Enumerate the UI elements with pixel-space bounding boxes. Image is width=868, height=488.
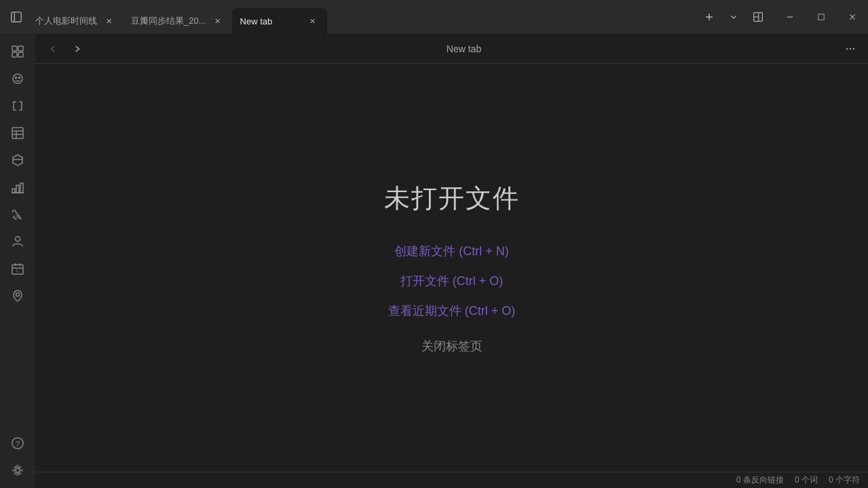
svg-rect-13 bbox=[12, 52, 17, 57]
window-controls bbox=[774, 0, 868, 34]
bracket-icon[interactable] bbox=[5, 94, 30, 118]
maximize-button[interactable] bbox=[806, 6, 837, 28]
new-tab-content: 未打开文件 创建新文件 (Ctrl + N) 打开文件 (Ctrl + O) 查… bbox=[35, 64, 868, 472]
svg-rect-0 bbox=[12, 12, 21, 22]
apps-icon[interactable] bbox=[5, 39, 30, 64]
close-tab-link[interactable]: 关闭标签页 bbox=[421, 338, 483, 354]
svg-text:1: 1 bbox=[16, 269, 18, 273]
main-container: <% 1 ? bbox=[0, 34, 868, 488]
status-bar: 0 条反向链接 0 个词 0 个字符 bbox=[35, 472, 868, 488]
no-file-title: 未打开文件 bbox=[384, 181, 520, 216]
calendar-icon[interactable]: 1 bbox=[5, 257, 30, 281]
current-tab-title: New tab bbox=[92, 43, 835, 54]
open-file-link[interactable]: 打开文件 (Ctrl + O) bbox=[400, 273, 504, 289]
tab-2-close[interactable]: ✕ bbox=[212, 15, 224, 27]
svg-rect-11 bbox=[12, 46, 17, 51]
title-bar-left bbox=[5, 6, 27, 28]
back-button[interactable] bbox=[43, 39, 62, 58]
tab-2[interactable]: 豆瓣同步结果_20... ✕ bbox=[123, 8, 232, 34]
svg-rect-12 bbox=[18, 46, 23, 51]
percent-icon[interactable]: <% bbox=[5, 202, 30, 227]
filter-icon[interactable] bbox=[5, 148, 30, 172]
tab-3-close[interactable]: ✕ bbox=[307, 15, 319, 27]
svg-text:<%: <% bbox=[12, 214, 21, 221]
tab-1[interactable]: 个人电影时间线 ✕ bbox=[27, 8, 123, 34]
svg-point-15 bbox=[13, 74, 22, 83]
close-window-button[interactable] bbox=[837, 6, 868, 28]
tab-1-close[interactable]: ✕ bbox=[102, 15, 115, 27]
more-options-button[interactable] bbox=[841, 39, 860, 58]
view-recent-link[interactable]: 查看近期文件 (Ctrl + O) bbox=[388, 303, 516, 319]
title-bar-actions bbox=[693, 0, 774, 34]
svg-rect-8 bbox=[818, 14, 824, 20]
new-tab-links: 创建新文件 (Ctrl + N) 打开文件 (Ctrl + O) 查看近期文件 … bbox=[388, 243, 516, 354]
toolbar: New tab bbox=[35, 34, 868, 64]
svg-point-41 bbox=[846, 48, 848, 49]
content-area: New tab 未打开文件 创建新文件 (Ctrl + N) 打开文件 (Ctr… bbox=[35, 34, 868, 488]
svg-rect-18 bbox=[12, 128, 23, 138]
word-count: 0 个词 bbox=[795, 474, 818, 486]
tab-3[interactable]: New tab ✕ bbox=[232, 8, 327, 34]
chart-icon[interactable] bbox=[5, 175, 30, 200]
svg-point-37 bbox=[16, 293, 20, 297]
char-count: 0 个字符 bbox=[829, 474, 860, 486]
tabs-container: 个人电影时间线 ✕ 豆瓣同步结果_20... ✕ New tab ✕ bbox=[27, 0, 693, 34]
layout-button[interactable] bbox=[747, 6, 769, 28]
create-new-link[interactable]: 创建新文件 (Ctrl + N) bbox=[394, 243, 509, 259]
person-icon[interactable] bbox=[5, 229, 30, 254]
tab-1-label: 个人电影时间线 bbox=[35, 15, 97, 27]
svg-point-43 bbox=[853, 48, 854, 49]
tab-2-label: 豆瓣同步结果_20... bbox=[131, 15, 206, 27]
svg-text:?: ? bbox=[16, 440, 20, 448]
tab-3-label: New tab bbox=[240, 16, 301, 26]
svg-rect-14 bbox=[18, 52, 23, 57]
emoji-icon[interactable] bbox=[5, 67, 30, 91]
svg-rect-25 bbox=[20, 183, 23, 193]
location-icon[interactable] bbox=[5, 284, 30, 308]
svg-point-17 bbox=[19, 77, 20, 79]
svg-point-16 bbox=[16, 77, 17, 79]
backlinks-count: 0 条反向链接 bbox=[736, 474, 784, 486]
svg-point-31 bbox=[16, 237, 20, 242]
title-bar: 个人电影时间线 ✕ 豆瓣同步结果_20... ✕ New tab ✕ bbox=[0, 0, 868, 34]
tabs-chevron-button[interactable] bbox=[723, 6, 744, 28]
forward-button[interactable] bbox=[68, 39, 87, 58]
table-icon[interactable] bbox=[5, 121, 30, 145]
svg-point-42 bbox=[850, 48, 851, 49]
help-icon[interactable]: ? bbox=[5, 431, 30, 455]
sidebar: <% 1 ? bbox=[0, 34, 35, 488]
svg-rect-24 bbox=[16, 185, 19, 193]
new-tab-button[interactable] bbox=[698, 6, 720, 28]
minimize-button[interactable] bbox=[774, 6, 806, 28]
svg-point-40 bbox=[16, 468, 20, 472]
svg-rect-23 bbox=[12, 189, 15, 193]
sidebar-toggle-button[interactable] bbox=[5, 6, 27, 28]
settings-icon[interactable] bbox=[5, 458, 30, 483]
